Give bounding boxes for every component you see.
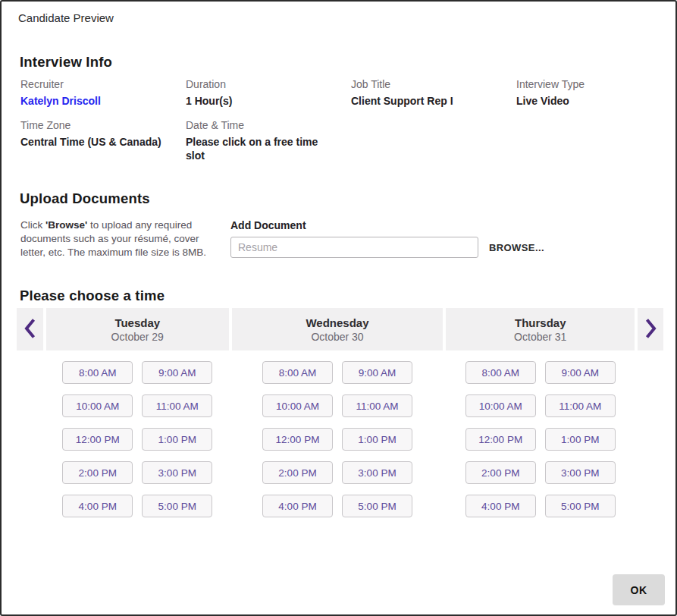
slots-left-spacer xyxy=(17,361,43,517)
time-slot-button[interactable]: 10:00 AM xyxy=(62,394,133,417)
time-slot-button[interactable]: 3:00 PM xyxy=(342,461,412,484)
day-carousel: Tuesday October 29 Wednesday October 30 … xyxy=(17,308,663,350)
time-slot-button[interactable]: 2:00 PM xyxy=(465,461,536,484)
time-slot-button[interactable]: 5:00 PM xyxy=(142,495,212,517)
dialog-title: Candidate Preview xyxy=(18,11,663,26)
ok-button[interactable]: OK xyxy=(613,574,665,605)
time-slot-button[interactable]: 9:00 AM xyxy=(142,361,212,384)
time-slot-button[interactable]: 2:00 PM xyxy=(62,461,133,484)
interview-type-label: Interview Type xyxy=(516,77,677,91)
browse-button[interactable]: BROWSE... xyxy=(489,242,544,253)
upload-instructions: Click 'Browse' to upload any required do… xyxy=(20,218,212,259)
time-slot-button[interactable]: 10:00 AM xyxy=(465,394,536,417)
upload-instructions-browse: 'Browse' xyxy=(45,219,87,231)
document-name-input[interactable] xyxy=(230,237,478,258)
upload-documents-section: Click 'Browse' to upload any required do… xyxy=(20,218,663,259)
time-slot-button[interactable]: 9:00 AM xyxy=(342,361,412,384)
day-header-wednesday: Wednesday October 30 xyxy=(232,308,443,350)
time-slot-button[interactable]: 1:00 PM xyxy=(142,428,212,451)
time-slot-button[interactable]: 8:00 AM xyxy=(62,361,133,384)
chevron-right-icon xyxy=(644,318,657,341)
upload-instructions-prefix: Click xyxy=(20,219,45,231)
field-duration: Duration 1 Hour(s) xyxy=(186,77,351,108)
time-slot-button[interactable]: 5:00 PM xyxy=(545,495,616,517)
interview-type-value: Live Video xyxy=(516,94,677,108)
time-slot-button[interactable]: 11:00 AM xyxy=(142,394,212,417)
time-slot-button[interactable]: 8:00 AM xyxy=(262,361,333,384)
date-time-value: Please click on a free time slot xyxy=(186,135,321,162)
time-slot-button[interactable]: 1:00 PM xyxy=(342,428,412,451)
date-time-label: Date & Time xyxy=(186,118,351,132)
job-title-label: Job Title xyxy=(351,77,516,91)
day-name: Thursday xyxy=(515,316,566,330)
day-date: October 31 xyxy=(514,330,566,344)
slots-right-spacer xyxy=(638,361,663,517)
duration-value: 1 Hour(s) xyxy=(186,94,351,108)
time-slot-button[interactable]: 4:00 PM xyxy=(62,495,133,517)
day-header-tuesday: Tuesday October 29 xyxy=(46,308,229,350)
time-slot-button[interactable]: 3:00 PM xyxy=(545,461,616,484)
time-slot-button[interactable]: 1:00 PM xyxy=(545,428,616,451)
day-date: October 29 xyxy=(111,330,164,344)
time-slot-button[interactable]: 3:00 PM xyxy=(142,461,212,484)
job-title-value: Client Support Rep I xyxy=(351,94,516,108)
field-recruiter: Recruiter Katelyn Driscoll xyxy=(20,77,186,108)
time-slots-tuesday: 8:00 AM9:00 AM10:00 AM11:00 AM12:00 PM1:… xyxy=(46,361,229,517)
interview-info-heading: Interview Info xyxy=(20,53,663,71)
next-days-button[interactable] xyxy=(638,308,663,350)
time-slot-button[interactable]: 4:00 PM xyxy=(465,495,536,517)
interview-info-grid: Recruiter Katelyn Driscoll Duration 1 Ho… xyxy=(20,77,663,162)
time-slots-thursday: 8:00 AM9:00 AM10:00 AM11:00 AM12:00 PM1:… xyxy=(446,361,635,517)
add-document-label: Add Document xyxy=(230,218,544,232)
day-name: Wednesday xyxy=(306,316,368,330)
add-document-row: BROWSE... xyxy=(230,237,544,258)
time-slot-button[interactable]: 11:00 AM xyxy=(342,394,412,417)
field-date-time: Date & Time Please click on a free time … xyxy=(186,118,351,162)
time-zone-label: Time Zone xyxy=(20,118,186,132)
time-slot-button[interactable]: 8:00 AM xyxy=(465,361,536,384)
field-time-zone: Time Zone Central Time (US & Canada) xyxy=(20,118,186,162)
choose-time-heading: Please choose a time xyxy=(20,287,663,305)
field-interview-type: Interview Type Live Video xyxy=(516,77,677,108)
day-name: Tuesday xyxy=(114,316,160,330)
time-slot-button[interactable]: 12:00 PM xyxy=(465,428,536,451)
chevron-left-icon xyxy=(24,318,36,341)
field-job-title: Job Title Client Support Rep I xyxy=(351,77,516,108)
time-slot-button[interactable]: 10:00 AM xyxy=(262,394,333,417)
time-slot-button[interactable]: 4:00 PM xyxy=(262,495,333,517)
duration-label: Duration xyxy=(186,77,351,91)
time-slots-wednesday: 8:00 AM9:00 AM10:00 AM11:00 AM12:00 PM1:… xyxy=(232,361,443,517)
time-slot-button[interactable]: 12:00 PM xyxy=(262,428,333,451)
add-document-block: Add Document BROWSE... xyxy=(230,218,544,258)
previous-days-button[interactable] xyxy=(17,308,43,350)
recruiter-label: Recruiter xyxy=(20,77,186,91)
time-slot-button[interactable]: 11:00 AM xyxy=(545,394,616,417)
time-zone-value: Central Time (US & Canada) xyxy=(20,135,186,149)
time-slot-button[interactable]: 9:00 AM xyxy=(545,361,616,384)
time-slots-row: 8:00 AM9:00 AM10:00 AM11:00 AM12:00 PM1:… xyxy=(17,361,663,517)
candidate-preview-dialog: Candidate Preview Interview Info Recruit… xyxy=(0,0,677,616)
day-date: October 30 xyxy=(311,330,363,344)
time-slot-button[interactable]: 5:00 PM xyxy=(342,495,412,517)
recruiter-link[interactable]: Katelyn Driscoll xyxy=(20,94,186,108)
time-slot-button[interactable]: 12:00 PM xyxy=(62,428,133,451)
day-header-thursday: Thursday October 31 xyxy=(446,308,635,350)
time-slot-button[interactable]: 2:00 PM xyxy=(262,461,333,484)
upload-documents-heading: Upload Documents xyxy=(20,190,663,208)
